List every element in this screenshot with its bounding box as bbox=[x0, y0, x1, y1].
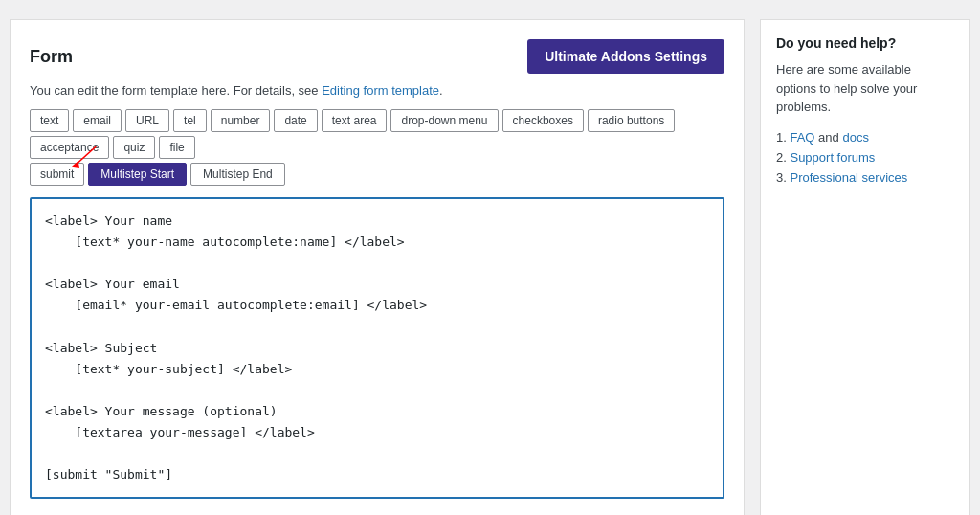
tag-btn-radio[interactable]: radio buttons bbox=[588, 109, 675, 132]
professional-services-link[interactable]: Professional services bbox=[790, 170, 907, 185]
tag-btn-file[interactable]: file bbox=[159, 136, 194, 159]
sidebar-help-title: Do you need help? bbox=[776, 35, 954, 51]
form-title: Form bbox=[30, 47, 73, 67]
ultimate-addons-settings-button[interactable]: Ultimate Addons Settings bbox=[527, 39, 724, 74]
help-list-item-2: Support forums bbox=[776, 150, 954, 165]
code-editor[interactable]: <label> Your name [text* your-name autoc… bbox=[30, 197, 724, 499]
tag-btn-acceptance[interactable]: acceptance bbox=[30, 136, 109, 159]
tag-btn-submit[interactable]: submit bbox=[30, 163, 84, 186]
tag-buttons-row2: submit Multistep Start Multistep End bbox=[30, 163, 724, 186]
tag-btn-date[interactable]: date bbox=[274, 109, 317, 132]
tag-btn-url[interactable]: URL bbox=[125, 109, 169, 132]
tag-btn-dropdown[interactable]: drop-down menu bbox=[390, 109, 498, 132]
form-header: Form Ultimate Addons Settings bbox=[30, 39, 724, 74]
help-list-item-3: Professional services bbox=[776, 170, 954, 185]
main-panel: Form Ultimate Addons Settings You can ed… bbox=[10, 19, 745, 515]
help-list-item-1: FAQ and docs bbox=[776, 130, 954, 145]
sidebar-help-list: FAQ and docs Support forums Professional… bbox=[776, 130, 954, 185]
tag-btn-text[interactable]: text bbox=[30, 109, 69, 132]
sidebar-help-text: Here are some available options to help … bbox=[776, 60, 954, 117]
tag-btn-multistep-end[interactable]: Multistep End bbox=[190, 163, 285, 186]
editing-form-template-link[interactable]: Editing form template bbox=[322, 83, 439, 98]
tag-buttons-row1: text email URL tel number date text area… bbox=[30, 109, 724, 159]
tag-btn-textarea[interactable]: text area bbox=[322, 109, 388, 132]
docs-link[interactable]: docs bbox=[842, 130, 868, 145]
tag-btn-number[interactable]: number bbox=[211, 109, 271, 132]
tag-btn-quiz[interactable]: quiz bbox=[113, 136, 155, 159]
tag-btn-checkboxes[interactable]: checkboxes bbox=[502, 109, 584, 132]
tag-btn-tel[interactable]: tel bbox=[173, 109, 207, 132]
faq-link[interactable]: FAQ bbox=[790, 130, 814, 145]
sidebar-panel: Do you need help? Here are some availabl… bbox=[760, 19, 970, 515]
tag-btn-multistep-start[interactable]: Multistep Start bbox=[88, 163, 187, 186]
support-forums-link[interactable]: Support forums bbox=[790, 150, 875, 165]
form-description: You can edit the form template here. For… bbox=[30, 83, 724, 98]
tag-btn-email[interactable]: email bbox=[73, 109, 122, 132]
